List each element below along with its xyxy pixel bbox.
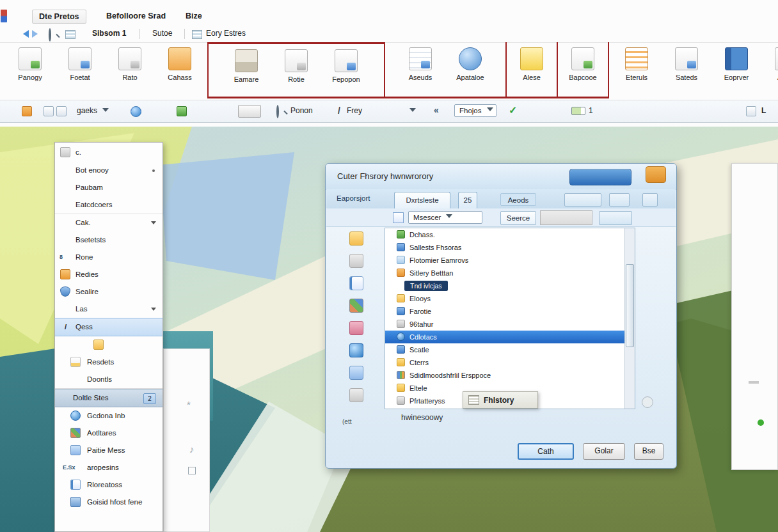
menu-entry-selected[interactable]: / Qess [55, 318, 163, 336]
list-item[interactable]: Elooys [385, 292, 635, 305]
globe-blue-icon[interactable] [131, 106, 141, 117]
menu-entry[interactable]: Resdets [55, 354, 163, 371]
ok-button[interactable]: Cath [518, 443, 574, 460]
cancel-button[interactable]: Golar [583, 443, 625, 460]
views-dropdown[interactable]: Fhojos [454, 104, 496, 117]
ribbon-button[interactable]: Eteruls [612, 42, 662, 81]
list-item[interactable]: Flotomier Eamrovs [385, 254, 635, 267]
edit-label[interactable]: Frey [347, 106, 362, 115]
menu-entry[interactable]: Paubam [55, 179, 163, 196]
menu-entry[interactable]: E.Sx aropesins [55, 459, 163, 476]
list-item[interactable]: Sdidlmoodshfrlil Ersppoce [385, 369, 635, 382]
list-item[interactable]: Dchass. [385, 228, 635, 241]
palette-color-icon[interactable] [349, 299, 363, 313]
menu-entry[interactable]: Paitie Mess [55, 442, 163, 459]
ribbon-button[interactable]: Aseuds [395, 42, 445, 81]
settings-grey-icon[interactable] [349, 388, 363, 402]
menu-entry[interactable]: Las [55, 301, 163, 318]
entries-label[interactable]: Eory Estres [206, 29, 246, 38]
collapse-icon[interactable]: « [434, 105, 439, 115]
menu-entry[interactable]: Cak. [55, 214, 163, 231]
ribbon-button[interactable]: Eoprver [711, 42, 761, 81]
ribbon-button[interactable]: Avote [761, 42, 778, 81]
list-item[interactable]: Cterrs [385, 356, 635, 369]
list-item[interactable]: Scatle [385, 343, 635, 356]
documents-icon[interactable] [56, 106, 67, 116]
menu-entry-selected[interactable]: Doltle Stes 2 [55, 389, 163, 407]
menu-entry[interactable]: 8 Rone [55, 249, 163, 266]
document-blue-icon[interactable] [349, 276, 363, 290]
chevron-down-icon[interactable] [409, 108, 416, 115]
menu-entry[interactable]: Bsetetsts [55, 231, 163, 249]
menu-entry[interactable]: Rloreatoss [55, 476, 163, 494]
menu-entry[interactable]: Redies [55, 266, 163, 283]
ribbon-button[interactable]: Fepopon [321, 44, 371, 83]
search-icon[interactable] [49, 28, 51, 42]
table-icon[interactable] [65, 30, 75, 39]
list-item-selected[interactable]: Cdlotacs [385, 331, 635, 343]
list-item[interactable]: Tnd ivlcjas [385, 279, 635, 292]
document-blue-icon[interactable] [746, 106, 756, 116]
menu-item-file[interactable]: Dte Pretos [32, 10, 86, 24]
filter-dropdown[interactable]: Msescer [408, 211, 482, 224]
close-dialog-button[interactable]: Bse [634, 443, 663, 460]
scrollbar[interactable] [624, 228, 635, 409]
undo-icon[interactable] [19, 30, 29, 38]
ribbon-button[interactable]: Foetat [55, 42, 105, 81]
header-button[interactable] [564, 193, 601, 207]
list-item[interactable]: 96tahur [385, 318, 635, 331]
list-item[interactable]: Sitlery Betttan [385, 267, 635, 279]
printer-icon[interactable] [349, 254, 363, 268]
history-popup[interactable]: Fhlstory [463, 391, 538, 409]
ribbon-button[interactable]: Rotie [271, 44, 321, 83]
menu-item-view[interactable]: Bize [186, 12, 202, 20]
group-dropdown-label[interactable]: gaeks [77, 106, 97, 115]
ribbon-button[interactable]: Cahass [155, 42, 205, 81]
status-green-icon[interactable] [177, 106, 187, 116]
menu-entry[interactable]: Aotltares [55, 425, 163, 442]
filter-button[interactable] [599, 211, 632, 225]
dialog-titlebar[interactable]: Cuter Fhsrory hwnwrorory [326, 164, 676, 190]
folder-orange-icon[interactable] [22, 106, 32, 116]
search-icon[interactable] [276, 105, 279, 118]
menu-entry[interactable] [55, 336, 163, 354]
menu-entry[interactable]: Eatcdcoers [55, 196, 163, 214]
ribbon-button[interactable]: Apataloe [445, 42, 495, 81]
mode-label[interactable]: Sutoe [152, 29, 172, 38]
redo-icon[interactable] [32, 30, 42, 38]
menu-entry[interactable]: Bot enooy [55, 162, 163, 179]
list-item[interactable]: Farotie [385, 305, 635, 318]
menu-item-edit[interactable]: Befolloore Srad [106, 12, 166, 20]
menu-entry[interactable]: c. [55, 143, 163, 162]
ribbon-button[interactable]: Alese [507, 42, 557, 81]
tab-count[interactable]: 25 [458, 192, 477, 208]
chevron-down-icon [151, 308, 156, 313]
search-label[interactable]: Ponon [290, 106, 313, 115]
chevron-down-icon[interactable] [102, 108, 109, 115]
close-button[interactable] [646, 166, 666, 183]
folder-yellow-icon[interactable] [349, 231, 363, 246]
ribbon-button[interactable]: Sateds [662, 42, 711, 81]
toolbar-button[interactable] [238, 105, 261, 118]
header-button[interactable] [642, 193, 658, 207]
ribbon-button-label: Foetat [70, 74, 90, 81]
mail-blue-icon[interactable] [349, 366, 363, 380]
tab-main[interactable]: Dxrtsleste [394, 192, 450, 208]
filter-tab[interactable]: Seerce [500, 211, 536, 225]
list-item[interactable]: Sallests Fhsoras [385, 241, 635, 254]
tab-side[interactable]: Aeods [500, 193, 536, 206]
scrollbar-thumb[interactable] [626, 264, 634, 347]
ribbon-button[interactable]: Eamare [221, 44, 271, 83]
menu-entry[interactable]: Goisid hfost fene [55, 494, 163, 511]
menu-entry[interactable]: Gcdona Inb [55, 407, 163, 425]
ribbon-button[interactable]: Panogy [5, 42, 55, 81]
menu-entry[interactable]: Sealire [55, 283, 163, 301]
globe-blue-icon[interactable] [349, 343, 363, 357]
titlebar-button[interactable] [569, 169, 631, 185]
documents-icon[interactable] [44, 106, 54, 116]
ribbon-button[interactable]: Bapcooe [558, 42, 608, 81]
menu-entry[interactable]: Doontls [55, 371, 163, 389]
ribbon-button[interactable]: Rato [105, 42, 155, 81]
header-button[interactable] [609, 193, 630, 207]
pink-icon[interactable] [349, 321, 363, 335]
